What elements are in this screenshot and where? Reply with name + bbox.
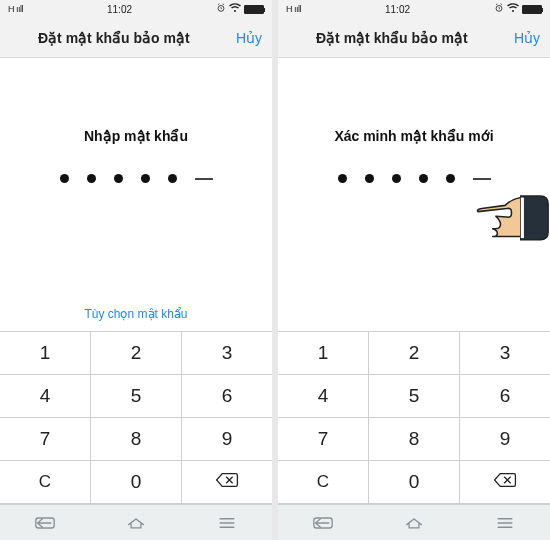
key-7[interactable]: 7 (0, 418, 91, 461)
passcode-dot (446, 174, 455, 183)
nav-bar (278, 504, 550, 540)
page-title: Đặt mật khẩu bảo mật (10, 30, 236, 46)
key-clear[interactable]: C (0, 461, 91, 504)
nav-home[interactable] (369, 505, 460, 540)
cancel-button[interactable]: Hủy (236, 30, 262, 46)
battery-icon (522, 5, 542, 14)
prompt-text: Nhập mật khẩu (84, 128, 188, 144)
passcode-empty (473, 178, 491, 180)
status-bar: H ııll 11:02 (278, 0, 550, 18)
key-6[interactable]: 6 (182, 375, 272, 418)
backspace-icon (493, 471, 517, 493)
header: Đặt mật khẩu bảo mật Hủy (278, 18, 550, 58)
key-5[interactable]: 5 (369, 375, 460, 418)
key-0[interactable]: 0 (91, 461, 182, 504)
passcode-dot (87, 174, 96, 183)
key-9[interactable]: 9 (460, 418, 550, 461)
page-title: Đặt mật khẩu bảo mật (288, 30, 514, 46)
key-6[interactable]: 6 (460, 375, 550, 418)
passcode-dots (60, 174, 213, 183)
keypad: 1 2 3 4 5 6 7 8 9 C 0 (278, 331, 550, 504)
key-3[interactable]: 3 (182, 332, 272, 375)
phone-left: H ııll 11:02 Đặt mật khẩu bảo mật Hủy Nh… (0, 0, 272, 540)
status-bar: H ııll 11:02 (0, 0, 272, 18)
signal-indicator: H ııll (286, 4, 301, 14)
nav-back[interactable] (278, 505, 369, 540)
nav-back[interactable] (0, 505, 91, 540)
key-2[interactable]: 2 (369, 332, 460, 375)
alarm-icon (216, 3, 226, 15)
cancel-button[interactable]: Hủy (514, 30, 540, 46)
clock: 11:02 (301, 4, 494, 15)
key-1[interactable]: 1 (278, 332, 369, 375)
passcode-dot (392, 174, 401, 183)
key-1[interactable]: 1 (0, 332, 91, 375)
nav-recent[interactable] (181, 505, 272, 540)
alarm-icon (494, 3, 504, 15)
key-0[interactable]: 0 (369, 461, 460, 504)
nav-recent[interactable] (459, 505, 550, 540)
key-backspace[interactable] (182, 461, 272, 504)
content-area: Xác minh mật khẩu mới (278, 58, 550, 331)
nav-home[interactable] (91, 505, 182, 540)
passcode-dots (338, 174, 491, 183)
passcode-empty (195, 178, 213, 180)
key-clear[interactable]: C (278, 461, 369, 504)
clock: 11:02 (23, 4, 216, 15)
content-area: Nhập mật khẩu Tùy chọn mật khẩu (0, 58, 272, 331)
passcode-dot (338, 174, 347, 183)
key-4[interactable]: 4 (278, 375, 369, 418)
keypad: 1 2 3 4 5 6 7 8 9 C 0 (0, 331, 272, 504)
key-8[interactable]: 8 (369, 418, 460, 461)
key-3[interactable]: 3 (460, 332, 550, 375)
key-7[interactable]: 7 (278, 418, 369, 461)
key-5[interactable]: 5 (91, 375, 182, 418)
nav-bar (0, 504, 272, 540)
passcode-dot (168, 174, 177, 183)
prompt-text: Xác minh mật khẩu mới (334, 128, 493, 144)
key-2[interactable]: 2 (91, 332, 182, 375)
backspace-icon (215, 471, 239, 493)
signal-indicator: H ııll (8, 4, 23, 14)
wifi-icon (229, 3, 241, 15)
passcode-dot (114, 174, 123, 183)
key-4[interactable]: 4 (0, 375, 91, 418)
battery-icon (244, 5, 264, 14)
passcode-dot (141, 174, 150, 183)
header: Đặt mật khẩu bảo mật Hủy (0, 18, 272, 58)
wifi-icon (507, 3, 519, 15)
phone-right: H ııll 11:02 Đặt mật khẩu bảo mật Hủy Xá… (278, 0, 550, 540)
key-8[interactable]: 8 (91, 418, 182, 461)
key-9[interactable]: 9 (182, 418, 272, 461)
key-backspace[interactable] (460, 461, 550, 504)
passcode-dot (419, 174, 428, 183)
password-options-link[interactable]: Tùy chọn mật khẩu (84, 307, 187, 321)
passcode-dot (60, 174, 69, 183)
passcode-dot (365, 174, 374, 183)
